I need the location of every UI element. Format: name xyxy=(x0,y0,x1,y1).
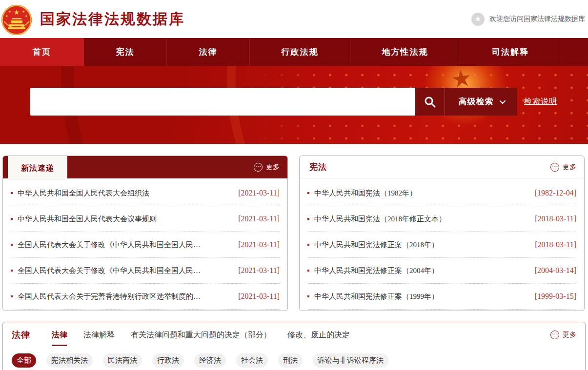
item-title[interactable]: 中华人民共和国宪法修正案（2018年） xyxy=(314,240,526,250)
filter-pill[interactable]: 宪法相关法 xyxy=(46,353,93,368)
site-brand[interactable]: ★ ★ ★ ★ ★ 国家法律法规数据库 xyxy=(0,2,185,36)
filter-pill[interactable]: 行政法 xyxy=(152,353,184,368)
nav-item-label: 地方性法规 xyxy=(382,46,428,58)
filter-pill[interactable]: 经济法 xyxy=(194,353,226,368)
item-date: [1982-12-04] xyxy=(535,189,576,197)
law-tabs: 法律 法律解释 有关法律问题和重大问题的决定（部分） 修改、废止的决定 xyxy=(52,322,366,348)
more-label: 更多 xyxy=(563,163,576,172)
item-title[interactable]: 中华人民共和国全国人民代表大会议事规则 xyxy=(18,214,229,224)
item-date: [2018-03-11] xyxy=(535,214,576,223)
filter-pill[interactable]: 社会法 xyxy=(236,353,268,368)
svg-text:★: ★ xyxy=(14,8,20,16)
item-date: [2018-03-11] xyxy=(535,240,576,249)
constitution-more-button[interactable]: ⋯ 更多 xyxy=(550,163,576,172)
law-tab-label: 法律解释 xyxy=(83,330,115,340)
bullet-icon xyxy=(307,218,309,220)
new-laws-more-button[interactable]: ⋯ 更多 xyxy=(254,163,280,172)
site-title: 国家法律法规数据库 xyxy=(40,9,185,29)
more-icon: ⋯ xyxy=(550,163,559,172)
item-title[interactable]: 全国人民代表大会关于修改《中华人民共和国全国人民… xyxy=(18,266,229,275)
more-icon: ⋯ xyxy=(254,163,263,172)
law-section-panel: 法律 法律 法律解释 有关法律问题和重大问题的决定（部分） 修改、废止的决定 xyxy=(2,322,586,370)
nav-item-label: 行政法规 xyxy=(282,46,319,58)
bullet-icon xyxy=(307,295,309,297)
item-date: [2021-03-11] xyxy=(238,266,280,275)
bullet-icon xyxy=(307,244,309,246)
filter-pill[interactable]: 刑法 xyxy=(278,353,303,368)
bullet-icon xyxy=(11,244,13,246)
bullet-icon xyxy=(11,218,13,220)
bullet-icon xyxy=(11,270,13,272)
list-item: 中华人民共和国宪法修正案（2004年） [2004-03-14] xyxy=(307,258,576,284)
nav-item[interactable]: 行政法规 xyxy=(250,38,350,66)
item-title[interactable]: 中华人民共和国宪法（2018年修正文本） xyxy=(314,214,526,224)
law-filters: 全部 宪法相关法 民法商法 行政法 经济法 社会法 刑法 xyxy=(3,348,585,368)
filter-pill[interactable]: 民法商法 xyxy=(103,353,142,368)
more-label: 更多 xyxy=(266,163,280,172)
bullet-icon xyxy=(307,270,309,272)
item-title[interactable]: 中华人民共和国全国人民代表大会组织法 xyxy=(18,189,229,198)
more-icon: ⋯ xyxy=(550,331,559,339)
advanced-search-label: 高级检索 xyxy=(459,96,494,107)
nav-item[interactable]: 首页 xyxy=(0,38,84,66)
item-title[interactable]: 中华人民共和国宪法修正案（1999年） xyxy=(314,292,526,301)
svg-text:★: ★ xyxy=(25,14,28,18)
nav-item-label: 司法解释 xyxy=(492,46,529,58)
bullet-icon xyxy=(11,192,13,194)
bullet-icon xyxy=(307,192,309,194)
list-item: 中华人民共和国宪法修正案（2018年） [2018-03-11] xyxy=(307,232,576,258)
nav-item[interactable]: 宪法 xyxy=(84,38,167,66)
nav-item[interactable]: 法律 xyxy=(167,38,250,66)
law-tab-label: 法律 xyxy=(52,330,67,340)
item-title[interactable]: 全国人民代表大会关于修改《中华人民共和国全国人民… xyxy=(18,240,229,250)
list-item: 中华人民共和国宪法（1982年） [1982-12-04] xyxy=(307,180,576,206)
list-item: 中华人民共和国全国人民代表大会议事规则 [2021-03-11] xyxy=(11,206,280,232)
nav-item-label: 法律 xyxy=(199,46,218,58)
main-nav: 首页 宪法 法律 行政法规 地方性法规 司法解释 xyxy=(0,38,588,66)
nav-item-label: 首页 xyxy=(33,46,51,58)
item-date: [1999-03-15] xyxy=(535,292,576,301)
new-laws-list: 中华人民共和国全国人民代表大会组织法 [2021-03-11] 中华人民共和国全… xyxy=(3,178,287,310)
filter-pill-label: 诉讼与非诉讼程序法 xyxy=(318,356,384,365)
constitution-list: 中华人民共和国宪法（1982年） [1982-12-04] 中华人民共和国宪法（… xyxy=(300,178,584,310)
more-label: 更多 xyxy=(563,331,576,339)
welcome-text: 欢迎您访问国家法律法规数据库 xyxy=(489,15,585,23)
law-tab[interactable]: 有关法律问题和重大问题的决定（部分） xyxy=(131,322,271,348)
svg-text:★: ★ xyxy=(5,14,8,18)
advanced-search-button[interactable]: 高级检索 xyxy=(445,88,517,116)
filter-pill-label: 经济法 xyxy=(199,356,221,365)
law-tab-label: 修改、废止的决定 xyxy=(287,330,350,340)
list-item: 全国人民代表大会关于修改《中华人民共和国全国人民… [2021-03-11] xyxy=(11,232,280,258)
law-tab[interactable]: 法律 xyxy=(52,322,67,348)
svg-text:★: ★ xyxy=(8,10,11,13)
site-header: ★ ★ ★ ★ ★ 国家法律法规数据库 ★ 欢迎您访问国家法律法规数据库 xyxy=(0,0,588,38)
filter-pill[interactable]: 全部 xyxy=(12,353,36,368)
filter-pill-label: 民法商法 xyxy=(108,356,137,365)
search-icon xyxy=(424,96,436,108)
item-title[interactable]: 全国人民代表大会关于完善香港特别行政区选举制度的… xyxy=(18,292,229,301)
filter-pill-label: 社会法 xyxy=(241,356,263,365)
filter-pill[interactable]: 诉讼与非诉讼程序法 xyxy=(313,353,388,368)
search-input[interactable] xyxy=(30,88,415,116)
tab-new-laws[interactable]: 新法速递 xyxy=(8,156,67,180)
item-date: [2021-03-11] xyxy=(238,214,280,223)
search-form: 高级检索 检索说明 xyxy=(30,88,557,116)
nav-item[interactable]: 司法解释 xyxy=(460,38,561,66)
filter-pill-label: 刑法 xyxy=(283,356,298,365)
nav-item[interactable]: 地方性法规 xyxy=(350,38,460,66)
law-more-button[interactable]: ⋯ 更多 xyxy=(550,331,576,339)
law-section-header: 法律 法律 法律解释 有关法律问题和重大问题的决定（部分） 修改、废止的决定 xyxy=(3,322,585,348)
user-star-icon: ★ xyxy=(471,13,485,26)
search-help-link[interactable]: 检索说明 xyxy=(524,97,557,107)
svg-text:★: ★ xyxy=(22,10,25,13)
item-date: [2021-03-11] xyxy=(238,189,280,197)
list-item: 中华人民共和国宪法修正案（1999年） [1999-03-15] xyxy=(307,284,576,310)
list-item: 全国人民代表大会关于完善香港特别行政区选举制度的… [2021-03-11] xyxy=(11,284,280,310)
law-tab[interactable]: 修改、废止的决定 xyxy=(287,322,350,348)
search-button[interactable] xyxy=(415,88,445,116)
item-date: [2004-03-14] xyxy=(535,266,576,275)
law-tab[interactable]: 法律解释 xyxy=(83,322,115,348)
item-date: [2021-03-11] xyxy=(238,240,280,249)
item-title[interactable]: 中华人民共和国宪法（1982年） xyxy=(314,189,526,198)
item-title[interactable]: 中华人民共和国宪法修正案（2004年） xyxy=(314,266,526,275)
